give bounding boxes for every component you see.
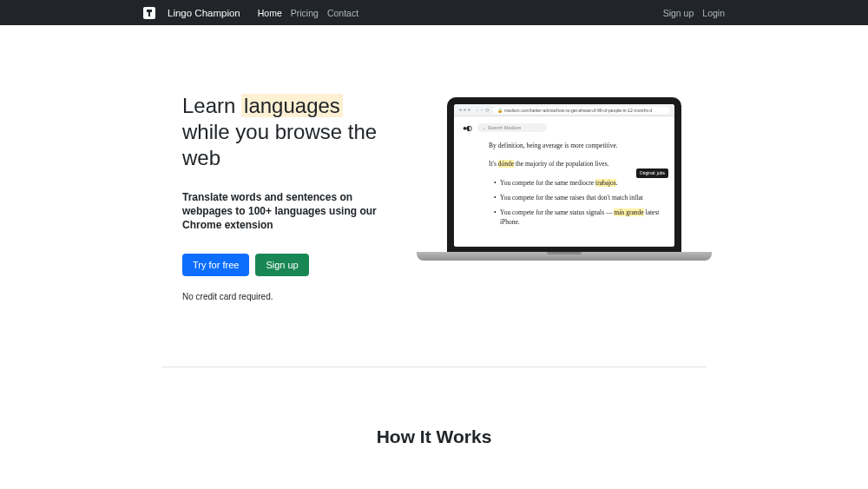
try-free-button[interactable]: Try for free [182,254,249,276]
navbar: Lingo Champion Home Pricing Contact Sign… [0,0,868,25]
browser-frame: ‹ › ⟳ 🔒 medium.com/better-advice/how-to-… [454,104,674,247]
navbar-left: Lingo Champion Home Pricing Contact [143,7,358,19]
medium-logo-icon: ●◐ [463,124,472,132]
forward-icon: › [481,107,483,113]
title-highlight: languages [241,94,343,117]
article-line-1: By definition, being average is more com… [489,141,666,150]
nav-contact[interactable]: Contact [327,8,358,18]
url-bar: 🔒 medium.com/better-advice/how-to-get-ah… [493,107,669,114]
svg-rect-1 [148,12,150,17]
article-line-2: It's dónde the majority of the populatio… [489,159,666,169]
list-item: You compete for the same status signals … [494,208,666,228]
article-list: You compete for the same mediocre trabaj… [489,178,666,228]
hero-title: Learn languages while you browse the web [182,93,391,171]
list-item: You compete for the same raises that don… [494,193,666,202]
highlighted-word-donde: dónde [498,160,514,168]
nav-login[interactable]: Login [702,8,725,18]
laptop-screen: ‹ › ⟳ 🔒 medium.com/better-advice/how-to-… [447,97,681,252]
medium-search: ⌕ Search Medium [477,123,547,132]
nav-signup[interactable]: Sign up [663,8,694,18]
search-icon: ⌕ [483,125,485,130]
medium-header: ●◐ ⌕ Search Medium [463,123,666,132]
svg-rect-0 [147,10,152,12]
hero-subtitle: Translate words and sentences on webpage… [182,190,391,233]
nav-links: Home Pricing Contact [258,8,358,18]
browser-nav: ‹ › ⟳ [477,107,490,113]
navbar-right: Sign up Login [663,8,725,18]
highlighted-word-trabajos: trabajos [595,179,616,187]
hero-section: Learn languages while you browse the web… [0,25,868,301]
back-icon: ‹ [477,107,478,113]
highlighted-word-masgrande: más grande [614,208,643,216]
brand[interactable]: Lingo Champion [168,8,240,18]
signup-button[interactable]: Sign up [255,254,308,276]
list-item: You compete for the same mediocre trabaj… [494,178,666,188]
logo-icon [143,7,155,19]
hero-buttons: Try for free Sign up [182,254,391,276]
hero-left: Learn languages while you browse the web… [182,93,391,301]
laptop-base [417,252,712,261]
features-section: Customize translation settings Choose th… [0,447,868,489]
browser-content: ●◐ ⌕ Search Medium By definition, being … [454,116,674,247]
lock-icon: 🔒 [497,108,503,113]
translation-tooltip: Original: jobs [636,169,668,179]
article-body: By definition, being average is more com… [463,141,666,228]
nav-home[interactable]: Home [258,8,282,18]
browser-bar: ‹ › ⟳ 🔒 medium.com/better-advice/how-to-… [454,104,674,116]
reload-icon: ⟳ [485,107,490,113]
section-title: How It Works [0,426,868,447]
window-controls [459,109,470,111]
laptop-illustration: ‹ › ⟳ 🔒 medium.com/better-advice/how-to-… [417,97,712,301]
nav-pricing[interactable]: Pricing [291,8,319,18]
hero-note: No credit card required. [182,292,391,301]
how-it-works-section: How It Works [0,367,868,447]
